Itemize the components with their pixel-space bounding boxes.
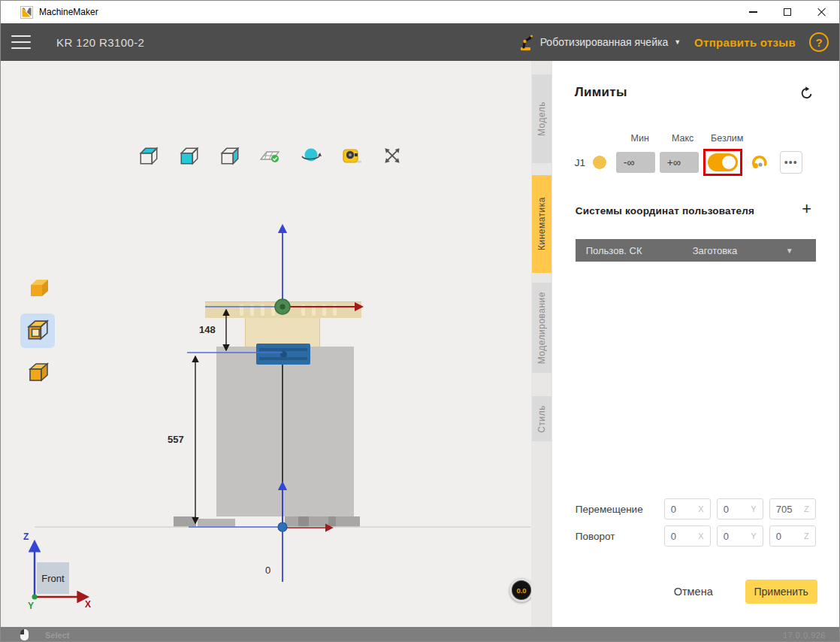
- chevron-down-icon: ▼: [786, 247, 793, 255]
- joint-row-j1: J1 -∞ +∞ •••: [575, 148, 802, 177]
- dimension-0: 0: [265, 565, 270, 576]
- ucs-dropdown[interactable]: Пользов. СК Заготовка ▼: [576, 239, 816, 262]
- axis-z-label: Z: [23, 531, 29, 542]
- base-flange: [285, 516, 360, 527]
- translation-x-field[interactable]: 0X: [664, 498, 711, 519]
- measure-tape-icon: [340, 144, 363, 167]
- grid-plane-button[interactable]: [259, 144, 282, 168]
- shaded-cube-button[interactable]: [28, 277, 50, 303]
- reset-icon: [799, 86, 814, 101]
- ucs-section-title: Системы координат пользователя: [576, 205, 754, 217]
- rotation-label: Поворот: [576, 531, 664, 542]
- send-feedback-link[interactable]: Отправить отзыв: [694, 36, 796, 49]
- maximize-icon: [784, 8, 791, 16]
- view-cube-top-icon: [137, 144, 160, 167]
- tab-modeling[interactable]: Моделирование: [532, 283, 551, 373]
- view-cube-front-icon: [178, 144, 201, 167]
- ucs-row-value: Заготовка: [693, 245, 738, 256]
- add-ucs-button[interactable]: +: [797, 199, 817, 219]
- orbit-view-button[interactable]: [300, 144, 322, 168]
- view-cube-side-button[interactable]: [219, 144, 241, 168]
- view-name-badge[interactable]: Front: [37, 562, 69, 594]
- tab-kinematics[interactable]: Кинематика: [532, 175, 551, 273]
- mouse-icon: [20, 629, 29, 640]
- side-tabstrip: Модель Кинематика Моделирование Стиль: [531, 61, 551, 627]
- translation-label: Перемещение: [576, 504, 664, 515]
- status-mode: Select: [45, 631, 69, 640]
- translation-z-field[interactable]: 705Z: [769, 498, 816, 519]
- column-max: Макс: [672, 133, 693, 144]
- orbit-icon: [300, 144, 322, 167]
- joint-color-dot[interactable]: [593, 156, 606, 169]
- column-min: Мин: [631, 133, 649, 144]
- cancel-button[interactable]: Отмена: [666, 581, 721, 602]
- view-cube-front-button[interactable]: [178, 144, 201, 168]
- close-button[interactable]: [805, 1, 839, 23]
- wireframe-cube-button[interactable]: [20, 313, 55, 348]
- chevron-down-icon: ▼: [674, 38, 681, 46]
- robot-arm-icon: [516, 32, 534, 52]
- joint-rotation-icon: [750, 153, 769, 172]
- viewport-toolbar: [137, 144, 403, 168]
- outlined-cube-icon: [27, 362, 50, 384]
- angle-indicator[interactable]: 0.0: [509, 578, 531, 602]
- ucs-row-label: Пользов. СК: [586, 245, 642, 256]
- minimize-button[interactable]: [736, 1, 770, 23]
- measure-button[interactable]: [340, 144, 363, 168]
- rotation-z-field[interactable]: 0Z: [769, 525, 816, 547]
- solid-cube-icon: [28, 277, 50, 300]
- app-version: 17.0.0.926: [783, 631, 826, 640]
- toggle-knob: [722, 156, 736, 169]
- menu-button[interactable]: [11, 35, 31, 49]
- view-cube-side-icon: [219, 144, 241, 167]
- fit-view-button[interactable]: [381, 144, 403, 168]
- grid-check-icon: [259, 144, 282, 167]
- base-flange: [174, 516, 196, 527]
- app-window: MachineMaker KR 120 R3100-2 Роботизирова…: [0, 0, 840, 642]
- close-icon: [817, 8, 826, 17]
- minimize-icon: [749, 11, 757, 13]
- reset-button[interactable]: [797, 83, 817, 103]
- kinematics-panel: Лимиты Мин Макс Безлим J1 -∞ +∞: [551, 61, 839, 627]
- viewport-3d[interactable]: 148 557 0 Front Z X Y 0.0: [1, 61, 531, 627]
- chuck-part: [256, 344, 310, 365]
- axis-x-label: X: [85, 599, 91, 610]
- axis-y-label: Y: [28, 601, 34, 611]
- translation-row: Перемещение 0X 0Y 705Z: [576, 498, 822, 519]
- more-options-button[interactable]: •••: [780, 151, 802, 174]
- tab-model[interactable]: Модель: [532, 74, 551, 163]
- rotation-row: Поворот 0X 0Y 0Z: [576, 525, 822, 547]
- rotation-x-field[interactable]: 0X: [664, 525, 711, 547]
- unlimited-toggle[interactable]: [708, 153, 738, 171]
- app-title: MachineMaker: [39, 7, 98, 17]
- turntable-plate: [205, 301, 361, 318]
- rotation-y-field[interactable]: 0Y: [717, 525, 763, 547]
- wireframe-cube-icon: [26, 319, 50, 343]
- min-limit-field[interactable]: -∞: [616, 152, 655, 173]
- max-limit-field[interactable]: +∞: [660, 152, 699, 173]
- column-unlimited: Безлим: [711, 133, 743, 144]
- apply-button[interactable]: Применить: [745, 580, 817, 604]
- panel-title: Лимиты: [575, 85, 627, 100]
- cell-selector[interactable]: Роботизированная ячейка ▼: [516, 32, 681, 52]
- robot-model-name: KR 120 R3100-2: [56, 36, 144, 49]
- title-bar: MachineMaker: [1, 1, 839, 23]
- dimension-557: 557: [168, 434, 184, 445]
- spindle-cylinder: [245, 318, 320, 347]
- cell-selector-label: Роботизированная ячейка: [540, 36, 669, 48]
- help-button[interactable]: ?: [809, 32, 829, 52]
- joint-name: J1: [575, 157, 593, 168]
- status-bar: Select 17.0.0.926: [1, 627, 839, 642]
- dimension-148: 148: [199, 324, 216, 335]
- base-cylinder: [216, 347, 354, 516]
- app-header: KR 120 R3100-2 Роботизированная ячейка ▼…: [1, 23, 839, 61]
- base-flange: [198, 519, 235, 527]
- shaded-edges-cube-button[interactable]: [27, 362, 50, 387]
- view-cube-top-button[interactable]: [137, 144, 160, 168]
- maximize-button[interactable]: [770, 1, 805, 23]
- app-logo-icon: [20, 6, 33, 19]
- tab-style[interactable]: Стиль: [532, 396, 551, 441]
- translation-y-field[interactable]: 0Y: [717, 498, 763, 519]
- fit-view-icon: [381, 144, 403, 167]
- unlimited-toggle-highlight: [703, 149, 742, 176]
